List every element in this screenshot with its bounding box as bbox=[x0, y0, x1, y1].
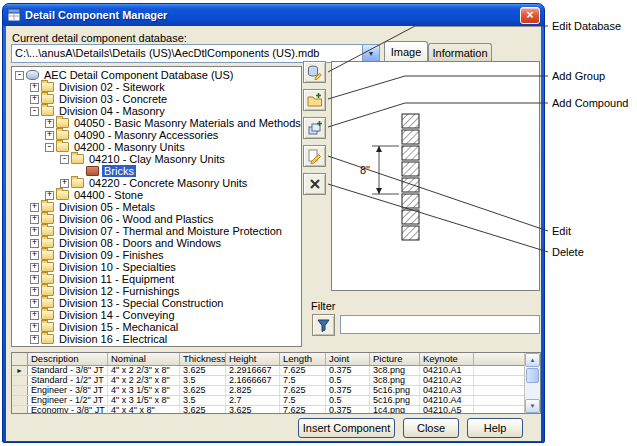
expand-icon[interactable]: + bbox=[45, 119, 54, 128]
column-header[interactable]: Thickness bbox=[180, 353, 226, 365]
tree-item-label: 04400 - Stone bbox=[72, 189, 145, 201]
expand-icon[interactable]: + bbox=[30, 251, 39, 260]
collapse-icon[interactable]: - bbox=[30, 107, 39, 116]
row-selector[interactable] bbox=[12, 396, 28, 405]
tree-item[interactable]: +Division 07 - Thermal and Moisture Prot… bbox=[12, 225, 301, 237]
table-cell: 3.5 bbox=[180, 376, 226, 385]
expand-icon[interactable]: + bbox=[30, 311, 39, 320]
folder-icon bbox=[56, 130, 69, 140]
table-cell: 7.5 bbox=[280, 396, 326, 405]
expand-icon[interactable]: + bbox=[30, 239, 39, 248]
edit-button[interactable] bbox=[303, 145, 326, 167]
database-path: C:\...\anusA\Details\Details (US)\AecDtl… bbox=[12, 45, 362, 62]
expand-icon[interactable]: + bbox=[45, 131, 54, 140]
table-row[interactable]: Economy - 3/8" JT4" x 4" x 8"3.6253.6257… bbox=[12, 406, 540, 414]
expand-icon[interactable]: + bbox=[30, 95, 39, 104]
tree-item[interactable]: +Division 08 - Doors and Windows bbox=[12, 237, 301, 249]
close-icon[interactable]: × bbox=[520, 7, 540, 24]
folder-icon bbox=[41, 322, 54, 332]
chevron-down-icon[interactable]: ▼ bbox=[362, 45, 379, 62]
table-row[interactable]: Engineer - 3/8" JT4" x 3 1/5" x 8"3.6252… bbox=[12, 386, 540, 396]
tree-item[interactable]: +Division 09 - Finishes bbox=[12, 249, 301, 261]
column-header[interactable]: Length bbox=[280, 353, 326, 365]
expand-icon[interactable]: + bbox=[30, 299, 39, 308]
tree-item[interactable]: +Division 13 - Special Construction bbox=[12, 297, 301, 309]
filter-input[interactable] bbox=[340, 315, 540, 334]
column-header[interactable]: Height bbox=[226, 353, 280, 365]
tree-item[interactable]: -04210 - Clay Masonry Units bbox=[12, 153, 301, 165]
table-row[interactable]: ►Standard - 3/8" JT4" x 2 2/3" x 8"3.625… bbox=[12, 366, 540, 376]
column-header[interactable]: Keynote bbox=[420, 353, 474, 365]
expand-icon[interactable]: + bbox=[30, 203, 39, 212]
insert-component-button[interactable]: Insert Component bbox=[298, 418, 395, 438]
table-cell: Standard - 1/2" JT bbox=[28, 376, 108, 385]
table-row[interactable]: Standard - 1/2" JT4" x 2 2/3" x 8"3.52.1… bbox=[12, 376, 540, 386]
tree-item[interactable]: -04200 - Masonry Units bbox=[12, 141, 301, 153]
table-cell: 3.625 bbox=[180, 366, 226, 375]
row-selector-header bbox=[12, 353, 28, 365]
delete-button[interactable] bbox=[303, 173, 326, 195]
callout-add-group: Add Group bbox=[552, 70, 605, 82]
row-selector[interactable] bbox=[12, 406, 28, 414]
expand-icon[interactable]: + bbox=[30, 287, 39, 296]
collapse-icon[interactable]: - bbox=[15, 71, 24, 80]
tree-item[interactable]: -AEC Detail Component Database (US) bbox=[12, 69, 301, 81]
help-button[interactable]: Help bbox=[467, 418, 523, 438]
column-header[interactable]: Picture bbox=[370, 353, 420, 365]
collapse-icon[interactable]: - bbox=[45, 143, 54, 152]
table-cell: Standard - 3/8" JT bbox=[28, 366, 108, 375]
table-cell: 3c8.png bbox=[370, 376, 420, 385]
folder-icon bbox=[56, 118, 69, 128]
scroll-up-icon[interactable]: ▲ bbox=[525, 353, 540, 367]
expand-icon[interactable]: + bbox=[45, 191, 54, 200]
tree-item[interactable]: +Division 16 - Electrical bbox=[12, 333, 301, 345]
tree-item[interactable]: Bricks bbox=[12, 165, 301, 177]
tree-item[interactable]: +Division 15 - Mechanical bbox=[12, 321, 301, 333]
tree-item[interactable]: +Division 12 - Furnishings bbox=[12, 285, 301, 297]
column-header[interactable]: Description bbox=[28, 353, 108, 365]
tree-item[interactable]: +Division 11 - Equipment bbox=[12, 273, 301, 285]
expand-icon[interactable]: + bbox=[30, 227, 39, 236]
expand-icon[interactable]: + bbox=[60, 179, 69, 188]
tree-item[interactable]: +04400 - Stone bbox=[12, 189, 301, 201]
tree-item[interactable]: +Division 06 - Wood and Plastics bbox=[12, 213, 301, 225]
expand-icon[interactable]: + bbox=[30, 215, 39, 224]
scroll-down-icon[interactable]: ▼ bbox=[525, 399, 540, 413]
edit-database-button[interactable] bbox=[303, 61, 326, 83]
expand-icon[interactable]: + bbox=[30, 275, 39, 284]
add-group-button[interactable] bbox=[303, 89, 326, 111]
row-selector[interactable] bbox=[12, 376, 28, 385]
row-selector[interactable] bbox=[12, 386, 28, 395]
column-header[interactable]: Joint bbox=[326, 353, 370, 365]
tree-item[interactable]: +Division 03 - Concrete bbox=[12, 93, 301, 105]
tab-image[interactable]: Image bbox=[384, 41, 428, 61]
tree-item-label: Division 03 - Concrete bbox=[57, 93, 169, 105]
tree-item[interactable]: +Division 02 - Sitework bbox=[12, 81, 301, 93]
dialog-client-area: Current detail component database: C:\..… bbox=[6, 26, 541, 441]
table-cell: 0.375 bbox=[326, 406, 370, 414]
tree-item-label: Division 07 - Thermal and Moisture Prote… bbox=[57, 225, 284, 237]
add-compound-button[interactable] bbox=[303, 117, 326, 139]
folder-icon bbox=[41, 262, 54, 272]
tree-item[interactable]: +Division 14 - Conveying bbox=[12, 309, 301, 321]
tab-information[interactable]: Information bbox=[428, 43, 492, 61]
dimension bbox=[372, 146, 399, 194]
tree-item-label: Division 05 - Metals bbox=[57, 201, 157, 213]
grid-scrollbar[interactable]: ▲ ▼ bbox=[524, 353, 540, 413]
expand-icon[interactable]: + bbox=[30, 83, 39, 92]
collapse-icon[interactable]: - bbox=[60, 155, 69, 164]
tree-item[interactable]: +Division 05 - Metals bbox=[12, 201, 301, 213]
folder-icon bbox=[41, 238, 54, 248]
close-dialog-button[interactable]: Close bbox=[403, 418, 459, 438]
row-selector[interactable]: ► bbox=[12, 366, 28, 375]
expand-icon[interactable]: + bbox=[30, 323, 39, 332]
expand-icon[interactable]: + bbox=[30, 263, 39, 272]
tree-item-label: Division 14 - Conveying bbox=[57, 309, 177, 321]
titlebar[interactable]: Detail Component Manager × bbox=[3, 4, 544, 26]
tree-item[interactable]: +Division 10 - Specialties bbox=[12, 261, 301, 273]
expand-icon[interactable]: + bbox=[30, 335, 39, 344]
scrollbar-thumb[interactable] bbox=[526, 368, 539, 383]
filter-button[interactable] bbox=[312, 314, 335, 336]
table-row[interactable]: Engineer - 1/2" JT4" x 3 1/5" x 8"3.52.7… bbox=[12, 396, 540, 406]
column-header[interactable]: Nominal bbox=[108, 353, 180, 365]
